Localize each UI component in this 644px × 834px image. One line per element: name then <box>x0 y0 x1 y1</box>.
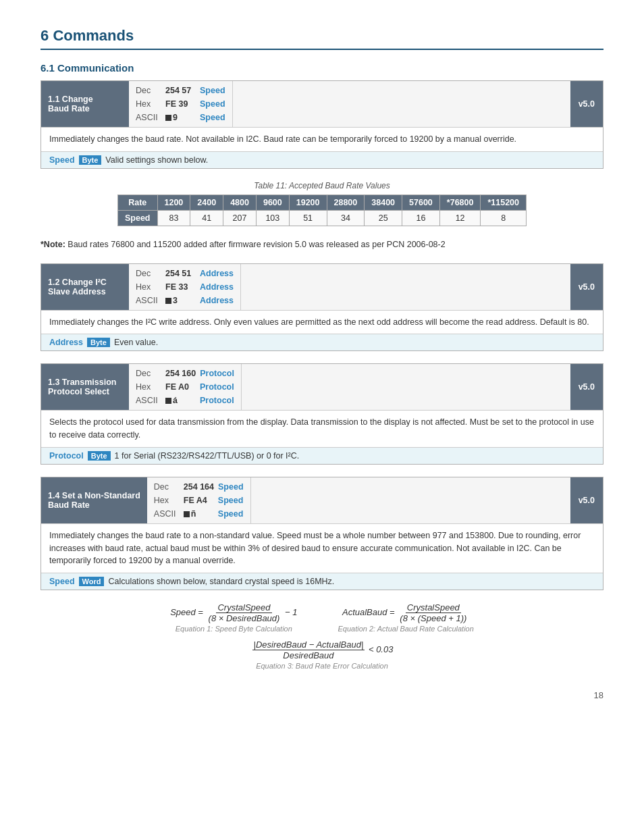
command-name-1-4: 1.4 Set a Non-StandardBaud Rate <box>41 477 147 523</box>
ascii-square-icon-1-4 <box>184 511 190 517</box>
code-row-dec-1-4: Dec 254 164 Speed <box>154 480 244 494</box>
baud-table-caption: Table 11: Accepted Baud Rate Values <box>41 181 603 190</box>
code-row-hex-1-4: Hex FE A4 Speed <box>154 494 244 507</box>
section-title-text: Communication <box>57 62 134 74</box>
cmd-spacer-1-3 <box>242 364 570 410</box>
baud-table-col-38400: 38400 <box>365 194 402 210</box>
cmd-version-1-2: v5.0 <box>570 264 603 310</box>
command-name-1-2: 1.2 Change I²CSlave Address <box>41 264 129 310</box>
command-name-1-3: 1.3 TransmissionProtocol Select <box>41 364 129 410</box>
cmd-footer-1-1: Speed Byte Valid settings shown below. <box>41 151 603 168</box>
code-row-ascii-1-2: ASCII 3 Address <box>136 294 234 307</box>
baud-speed-38400: 25 <box>365 210 402 226</box>
baud-speed-57600: 16 <box>402 210 440 226</box>
command-codes-1-2: Dec 254 51 Address Hex FE 33 Address ASC… <box>129 264 241 310</box>
cmd-spacer-1-4 <box>251 477 570 523</box>
command-block-1-2: 1.2 Change I²CSlave Address Dec 254 51 A… <box>41 263 603 352</box>
code-row-dec-1-2: Dec 254 51 Address <box>136 267 234 280</box>
command-codes-1-3: Dec 254 160 Protocol Hex FE A0 Protocol … <box>129 364 242 410</box>
cmd-description-1-4: Immediately changes the baud rate to a n… <box>41 523 603 573</box>
command-header-1-3: 1.3 TransmissionProtocol Select Dec 254 … <box>41 364 603 410</box>
baud-table-speed-label: Speed <box>117 210 157 226</box>
baud-table-col-76800: *76800 <box>439 194 481 210</box>
equation-2-block: ActualBaud = CrystalSpeed (8 × (Speed + … <box>338 602 473 633</box>
baud-speed-115200: 8 <box>481 210 527 226</box>
cmd-version-1-4: v5.0 <box>570 477 603 523</box>
chapter-title-text: Commands <box>53 27 134 44</box>
equation-2-formula: ActualBaud = CrystalSpeed (8 × (Speed + … <box>342 602 469 623</box>
baud-table-data-row: Speed 83 41 207 103 51 34 25 16 12 8 <box>117 210 526 226</box>
chapter-title: 6 Commands <box>41 27 603 50</box>
baud-table-header-row: Rate 1200 2400 4800 9600 19200 28800 384… <box>117 194 526 210</box>
code-row-hex-1-2: Hex FE 33 Address <box>136 280 234 294</box>
chapter-number: 6 <box>41 27 49 44</box>
equation-2-fraction: CrystalSpeed (8 × (Speed + 1)) <box>398 602 468 623</box>
code-row-hex-1-1: Hex FE 39 Speed <box>136 97 225 111</box>
baud-table-col-9600: 9600 <box>256 194 289 210</box>
command-block-1-1: 1.1 ChangeBaud Rate Dec 254 57 Speed Hex… <box>41 80 603 169</box>
equations-row-1: Speed = CrystalSpeed (8 × DesiredBaud) −… <box>41 602 603 633</box>
ascii-square-icon-1-1 <box>165 115 171 121</box>
baud-note: *Note: Baud rates 76800 and 115200 added… <box>41 238 603 251</box>
cmd-version-1-3: v5.0 <box>570 364 603 410</box>
section-number: 6.1 <box>41 62 55 74</box>
code-row-hex-1-3: Hex FE A0 Protocol <box>136 380 234 394</box>
cmd-description-1-2: Immediately changes the I²C write addres… <box>41 310 603 334</box>
cmd-version-1-1: v5.0 <box>570 81 603 127</box>
code-row-dec-1-1: Dec 254 57 Speed <box>136 84 225 97</box>
note-prefix: *Note: <box>41 240 65 249</box>
baud-table-col-4800: 4800 <box>223 194 257 210</box>
baud-speed-76800: 12 <box>439 210 481 226</box>
equation-2-caption: Equation 2: Actual Baud Rate Calculation <box>338 625 473 633</box>
ascii-square-icon-1-2 <box>165 298 171 304</box>
equation-3-caption: Equation 3: Baud Rate Error Calculation <box>256 662 388 670</box>
code-row-dec-1-3: Dec 254 160 Protocol <box>136 367 234 380</box>
baud-speed-2400: 41 <box>190 210 223 226</box>
equation-1-fraction: CrystalSpeed (8 × DesiredBaud) <box>207 602 281 623</box>
equation-3-fraction: |DesiredBaud − ActualBaud| DesiredBaud <box>252 640 365 660</box>
baud-speed-19200: 51 <box>289 210 327 226</box>
equation-1-caption: Equation 1: Speed Byte Calculation <box>176 625 292 633</box>
baud-speed-9600: 103 <box>256 210 289 226</box>
baud-speed-4800: 207 <box>223 210 257 226</box>
code-row-ascii-1-4: ASCII ñ Speed <box>154 507 244 521</box>
command-header-1-4: 1.4 Set a Non-StandardBaud Rate Dec 254 … <box>41 477 603 523</box>
cmd-description-1-3: Selects the protocol used for data trans… <box>41 410 603 447</box>
ascii-square-icon-1-3 <box>165 398 171 404</box>
command-codes-1-1: Dec 254 57 Speed Hex FE 39 Speed ASCII 9… <box>129 81 233 127</box>
baud-rate-table: Rate 1200 2400 4800 9600 19200 28800 384… <box>117 194 527 226</box>
command-block-1-3: 1.3 TransmissionProtocol Select Dec 254 … <box>41 363 603 465</box>
code-row-ascii-1-1: ASCII 9 Speed <box>136 111 225 124</box>
baud-table-col-2400: 2400 <box>190 194 223 210</box>
baud-speed-1200: 83 <box>157 210 190 226</box>
page-number: 18 <box>41 690 603 700</box>
baud-speed-28800: 34 <box>327 210 365 226</box>
code-row-ascii-1-3: ASCII á Protocol <box>136 394 234 407</box>
command-header-1-2: 1.2 Change I²CSlave Address Dec 254 51 A… <box>41 264 603 310</box>
equation-3-formula: |DesiredBaud − ActualBaud| DesiredBaud <… <box>251 640 394 660</box>
baud-table-col-57600: 57600 <box>402 194 440 210</box>
command-block-1-4: 1.4 Set a Non-StandardBaud Rate Dec 254 … <box>41 477 603 590</box>
equation-3-block: |DesiredBaud − ActualBaud| DesiredBaud <… <box>251 640 394 670</box>
equation-1-block: Speed = CrystalSpeed (8 × DesiredBaud) −… <box>170 602 297 633</box>
cmd-description-1-1: Immediately changes the baud rate. Not a… <box>41 127 603 151</box>
equation-1-formula: Speed = CrystalSpeed (8 × DesiredBaud) −… <box>170 602 297 623</box>
baud-table-col-1200: 1200 <box>157 194 190 210</box>
cmd-footer-1-4: Speed Word Calculations shown below, sta… <box>41 573 603 590</box>
section-title: 6.1 Communication <box>41 62 603 74</box>
baud-table-col-28800: 28800 <box>327 194 365 210</box>
cmd-spacer-1-1 <box>233 81 570 127</box>
note-content: Baud rates 76800 and 115200 added after … <box>68 240 445 249</box>
cmd-footer-1-2: Address Byte Even value. <box>41 334 603 350</box>
baud-table-col-rate: Rate <box>117 194 157 210</box>
command-header-1-1: 1.1 ChangeBaud Rate Dec 254 57 Speed Hex… <box>41 81 603 127</box>
baud-table-col-115200: *115200 <box>481 194 527 210</box>
cmd-footer-1-3: Protocol Byte 1 for Serial (RS232/RS422/… <box>41 447 603 464</box>
equations-section: Speed = CrystalSpeed (8 × DesiredBaud) −… <box>41 602 603 670</box>
command-name-1-1: 1.1 ChangeBaud Rate <box>41 81 129 127</box>
command-codes-1-4: Dec 254 164 Speed Hex FE A4 Speed ASCII … <box>147 477 251 523</box>
equations-row-2: |DesiredBaud − ActualBaud| DesiredBaud <… <box>41 640 603 670</box>
cmd-spacer-1-2 <box>241 264 570 310</box>
baud-table-col-19200: 19200 <box>289 194 327 210</box>
